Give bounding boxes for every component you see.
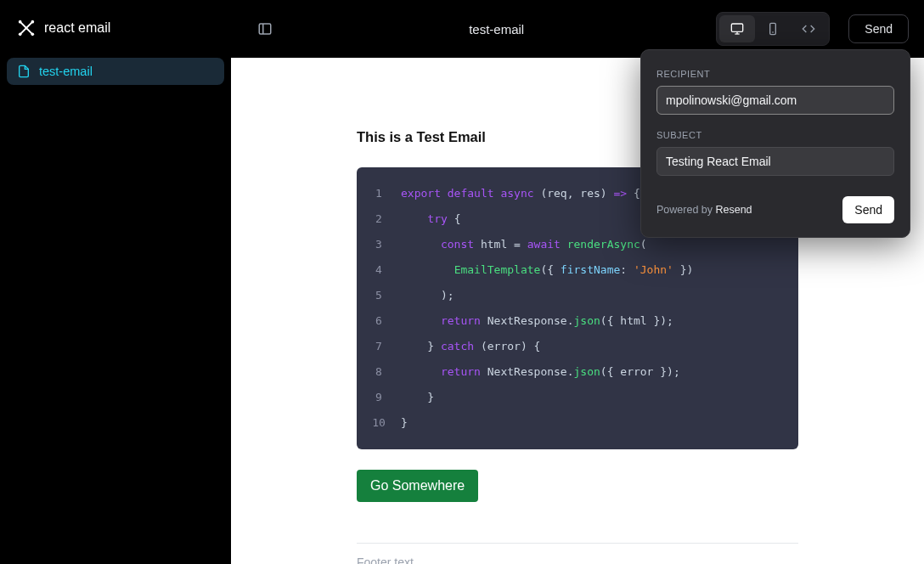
code-line: 5 ); [357,283,798,308]
code-text: try { [401,206,460,232]
svg-rect-4 [259,24,271,34]
brand-logo-icon [17,19,36,37]
line-number: 3 [357,232,401,257]
main: test-email [231,0,924,564]
code-text: } catch (error) { [401,334,540,359]
send-button-top[interactable]: Send [848,14,909,43]
sidebar: react email test-email [0,0,231,564]
collapse-sidebar-button[interactable] [253,17,277,41]
line-number: 4 [357,257,401,283]
line-number: 1 [357,181,401,206]
code-line: 8 return NextResponse.json({ error }); [357,359,798,385]
powered-by: Powered by Resend [656,204,752,216]
subject-input[interactable] [656,147,894,176]
code-line: 10} [357,410,798,436]
powered-brand: Resend [715,204,752,216]
sidebar-item-label: test-email [39,65,93,78]
view-code-button[interactable] [791,15,826,42]
line-number: 8 [357,359,401,385]
send-button[interactable]: Send [842,196,894,223]
code-text: return NextResponse.json({ html }); [401,308,673,334]
page-title: test-email [287,22,706,37]
svg-point-0 [19,20,22,24]
line-number: 7 [357,334,401,359]
code-text: } [401,410,408,436]
code-icon [802,22,815,36]
line-number: 9 [357,385,401,410]
send-panel: RECIPIENT SUBJECT Powered by Resend Send [640,49,910,238]
sidebar-item-test-email[interactable]: test-email [7,58,224,85]
code-line: 6 return NextResponse.json({ html }); [357,308,798,334]
sidebar-nav: test-email [0,56,231,87]
recipient-input[interactable] [656,86,894,115]
line-number: 2 [357,206,401,232]
panel-left-icon [257,21,273,37]
file-icon [17,65,31,78]
svg-point-2 [19,33,22,37]
code-text: export default async (req, res) => { [401,181,640,206]
code-text: return NextResponse.json({ error }); [401,359,680,385]
svg-rect-6 [732,24,743,31]
view-toggle [716,12,830,46]
brand-name: react email [44,20,110,36]
subject-label: SUBJECT [656,130,894,140]
panel-footer: Powered by Resend Send [656,196,894,223]
code-line: 9 } [357,385,798,410]
code-text: EmailTemplate({ firstName: 'John' }) [401,257,693,283]
svg-point-1 [31,20,35,24]
svg-point-3 [31,33,35,37]
recipient-label: RECIPIENT [656,69,894,79]
code-text: const html = await renderAsync( [401,232,647,257]
code-line: 4 EmailTemplate({ firstName: 'John' }) [357,257,798,283]
code-text: ); [401,283,454,308]
footer-text: Footer text... [357,543,798,564]
line-number: 6 [357,308,401,334]
code-text: } [401,385,434,410]
cta-button[interactable]: Go Somewhere [357,470,478,502]
svg-rect-9 [770,23,776,34]
line-number: 10 [357,410,401,436]
view-desktop-button[interactable] [719,15,755,42]
line-number: 5 [357,283,401,308]
smartphone-icon [766,22,780,36]
view-mobile-button[interactable] [755,15,791,42]
powered-prefix: Powered by [656,204,715,216]
monitor-icon [730,22,744,36]
brand: react email [0,0,231,56]
code-line: 7 } catch (error) { [357,334,798,359]
